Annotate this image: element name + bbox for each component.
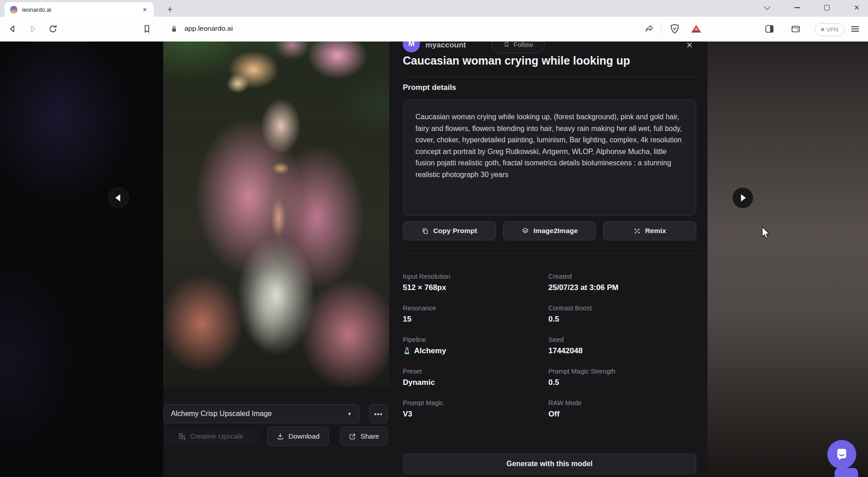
hamburger-icon: [851, 28, 859, 29]
username[interactable]: myaccount: [425, 42, 466, 50]
back-button[interactable]: [7, 23, 18, 34]
remix-wand-icon: [633, 227, 641, 235]
creative-upscale-label: Creative Upscale: [190, 432, 243, 440]
mouse-cursor: [760, 226, 771, 240]
minimize-button[interactable]: [787, 0, 807, 15]
meta-raw-mode: RAW Mode Off: [548, 399, 696, 419]
detail-panel: M myaccount Follow ✕ Caucasian woman cry…: [403, 42, 696, 477]
copy-icon: [421, 227, 429, 235]
bookmark-icon: [142, 23, 152, 34]
meta-resonance: Resonance 15: [403, 304, 548, 324]
divider: [403, 77, 696, 77]
toolbar-separator: [661, 24, 661, 35]
lock-icon: [169, 24, 179, 34]
variant-dropdown[interactable]: Alchemy Crisp Upscaled Image ▼: [163, 404, 359, 423]
new-tab-button[interactable]: +: [164, 3, 176, 16]
arrow-left-icon: [115, 194, 120, 201]
variant-dropdown-label: Alchemy Crisp Upscaled Image: [171, 410, 272, 418]
window-close-button[interactable]: ✕: [847, 0, 867, 15]
wallet-icon: [790, 23, 801, 34]
download-icon: [276, 432, 284, 440]
upscale-grid-icon: [179, 433, 186, 440]
close-icon: ✕: [854, 4, 860, 12]
vpn-button[interactable]: VPN: [815, 23, 844, 36]
meta-prompt-magic-strength: Prompt Magic Strength 0.5: [548, 368, 696, 387]
image2image-button[interactable]: Image2Image: [503, 221, 596, 240]
reload-icon: [47, 23, 58, 34]
restore-icon: [824, 5, 830, 10]
follow-button[interactable]: Follow: [491, 42, 545, 53]
tab-strip: leonardo.ai ✕ + ✕: [0, 0, 868, 17]
share-image-button[interactable]: Share: [340, 427, 388, 446]
menu-button[interactable]: [851, 28, 859, 29]
dimmed-background-left: [0, 42, 163, 477]
meta-preset: Preset Dynamic: [403, 368, 548, 387]
remix-button[interactable]: Remix: [603, 221, 696, 240]
address-bar[interactable]: app.leonardo.ai: [184, 24, 233, 33]
layers-icon: [521, 227, 529, 235]
vpn-status-dot: [821, 28, 824, 31]
generation-detail-modal: Alchemy Crisp Upscaled Image ▼ ••• Creat…: [163, 42, 708, 477]
download-button[interactable]: Download: [267, 427, 329, 446]
avatar[interactable]: M: [403, 42, 420, 52]
prompt-actions: Copy Prompt Image2Image Remix: [403, 221, 696, 240]
remix-label: Remix: [645, 227, 666, 235]
chat-secondary-bubble[interactable]: [835, 468, 858, 477]
metadata-grid: Input Resolution 512 × 768px Created 25/…: [403, 273, 696, 419]
ellipsis-icon: •••: [374, 410, 383, 418]
follow-bookmark-icon: [503, 42, 510, 48]
chevron-down-icon: ▼: [347, 412, 352, 416]
reload-button[interactable]: [47, 23, 58, 34]
generate-with-model-button[interactable]: Generate with this model: [403, 454, 696, 474]
browser-window: leonardo.ai ✕ + ✕ app.leonardo.ai: [0, 0, 868, 477]
share-icon: [644, 23, 655, 34]
creative-upscale-button[interactable]: Creative Upscale: [164, 427, 258, 446]
bat-triangle-icon: [690, 23, 702, 34]
share-export-icon: [349, 433, 356, 440]
download-label: Download: [288, 432, 320, 440]
image2image-label: Image2Image: [533, 227, 578, 235]
brave-rewards-button[interactable]: [690, 23, 702, 34]
sidebar-icon: [764, 23, 775, 34]
forward-button[interactable]: [27, 23, 38, 34]
copy-prompt-label: Copy Prompt: [433, 227, 477, 235]
copy-prompt-button[interactable]: Copy Prompt: [403, 221, 496, 240]
next-image-button[interactable]: [732, 187, 753, 208]
tab-title: leonardo.ai: [22, 6, 142, 13]
forward-icon: [27, 23, 38, 34]
restore-button[interactable]: [817, 0, 837, 15]
meta-seed: Seed 17442048: [548, 336, 696, 355]
modal-close-icon[interactable]: ✕: [686, 42, 693, 50]
divider: [403, 253, 696, 253]
wallet-button[interactable]: [790, 23, 801, 34]
follow-label: Follow: [514, 42, 533, 48]
chat-launcher-button[interactable]: [827, 440, 856, 469]
meta-created: Created 25/07/23 at 3:06 PM: [548, 273, 696, 292]
previous-image-button[interactable]: [108, 187, 129, 208]
brave-shield-icon: [669, 23, 680, 35]
more-options-button[interactable]: •••: [369, 404, 388, 423]
tab-close-icon[interactable]: ✕: [142, 5, 148, 14]
sidebar-toggle-button[interactable]: [764, 23, 775, 34]
alchemy-flask-icon: [403, 347, 411, 355]
site-security-lock[interactable]: [169, 24, 179, 34]
prompt-text: Caucasian woman crying while looking up,…: [415, 111, 684, 180]
meta-prompt-magic: Prompt Magic V3: [403, 399, 548, 419]
generated-image: [163, 42, 389, 387]
bookmark-button[interactable]: [142, 23, 152, 34]
dimmed-background-right: [708, 42, 868, 477]
browser-tab[interactable]: leonardo.ai ✕: [5, 2, 154, 17]
arrow-right-icon: [741, 194, 746, 201]
brave-shields-button[interactable]: [669, 23, 680, 35]
vpn-label: VPN: [826, 26, 839, 33]
meta-contrast-boost: Contrast Boost 0.5: [548, 304, 696, 324]
meta-input-resolution: Input Resolution 512 × 768px: [403, 273, 548, 292]
page-content: Alchemy Crisp Upscaled Image ▼ ••• Creat…: [0, 42, 868, 477]
generate-label: Generate with this model: [506, 460, 592, 468]
minimize-icon: [794, 7, 800, 8]
back-icon: [7, 23, 18, 34]
prompt-box: Caucasian woman crying while looking up,…: [403, 99, 696, 216]
share-page-button[interactable]: [644, 23, 655, 34]
tab-search-button[interactable]: [757, 0, 777, 15]
chevron-down-icon: [764, 4, 770, 10]
